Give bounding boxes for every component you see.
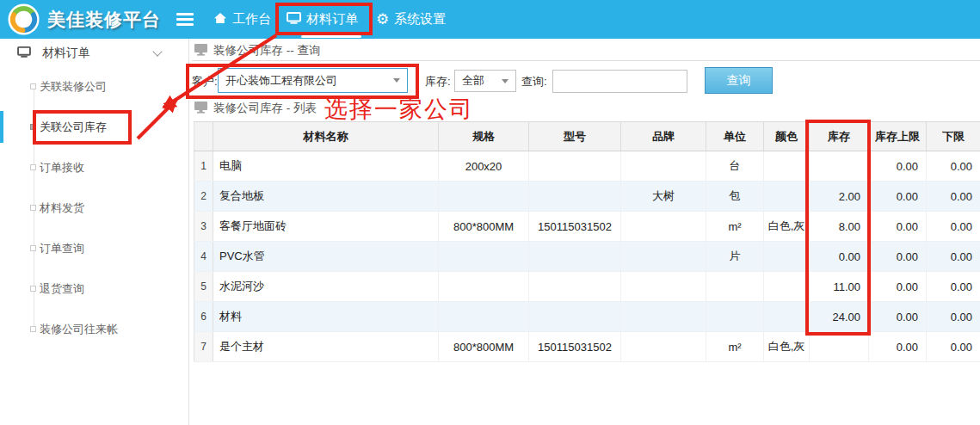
stock-table: 材料名称 规格 型号 品牌 单位 颜色 库存 库存上限 下限 1 电脑 200x…	[194, 121, 980, 362]
cell-stock-upper: 0.00	[869, 212, 927, 242]
customer-select-value: 开心装饰工程有限公司	[219, 73, 393, 89]
hamburger-icon[interactable]	[176, 13, 194, 27]
sidebar-group-material-orders[interactable]: 材料订单	[0, 39, 188, 67]
col-header-stock-upper[interactable]: 库存上限	[869, 122, 927, 151]
col-header-material-name[interactable]: 材料名称	[213, 122, 439, 151]
cell-spec: 800*800MM	[439, 212, 529, 242]
col-header-color[interactable]: 颜色	[764, 122, 810, 151]
tree-bullet-icon	[30, 286, 36, 292]
sidebar-item-label: 退货查询	[40, 282, 84, 295]
table-row[interactable]: 3 客餐厅地面砖 800*800MM 150115031502 m² 白色,灰 …	[194, 212, 980, 242]
cell-color: 白色,灰	[764, 332, 810, 362]
list-section-title: 装修公司库存 - 列表	[194, 101, 317, 116]
cell-lower: 0.00	[927, 302, 980, 332]
cell-material-name: 电脑	[213, 151, 439, 182]
query-button[interactable]: 查询	[705, 67, 773, 94]
query-section-title: 装修公司库存 -- 查询	[194, 43, 321, 59]
cell-model	[529, 242, 621, 272]
cell-brand	[621, 212, 706, 242]
table-row[interactable]: 1 电脑 200x20 台 0.00 0.00	[194, 151, 980, 182]
sidebar-item-linked-companies[interactable]: 关联装修公司	[0, 66, 188, 107]
nav-item-material-orders[interactable]: 材料订单	[287, 0, 358, 39]
table-row[interactable]: 2 复合地板 大树 包 2.00 0.00 0.00	[194, 182, 980, 212]
table-row[interactable]: 4 PVC水管 片 0.00 0.00 0.00	[194, 242, 980, 272]
caret-down-icon	[393, 78, 400, 83]
cell-brand	[621, 242, 706, 272]
cell-lower: 0.00	[927, 182, 980, 212]
cell-rownum: 5	[194, 272, 213, 302]
cell-brand	[621, 302, 706, 332]
cell-spec	[439, 182, 529, 212]
cell-color: 白色,灰	[764, 212, 810, 242]
sidebar-item-material-ship[interactable]: 材料发货	[0, 188, 188, 228]
cell-material-name: 客餐厅地面砖	[213, 212, 439, 242]
cell-lower: 0.00	[927, 332, 980, 362]
nav-item-system-settings[interactable]: ⚙ 系统设置	[376, 0, 446, 39]
customer-label: 客户:	[192, 74, 218, 89]
cell-color	[764, 182, 810, 212]
sidebar-item-order-receive[interactable]: 订单接收	[0, 147, 188, 188]
section-divider	[192, 60, 980, 61]
cell-color	[764, 242, 810, 272]
monitor-icon	[17, 46, 31, 60]
sidebar-item-label: 材料发货	[40, 201, 84, 214]
cell-brand	[621, 332, 706, 362]
col-header-model[interactable]: 型号	[529, 122, 621, 151]
sidebar-item-company-stock[interactable]: 关联公司库存	[0, 107, 188, 147]
stock-filter-select[interactable]: 全部	[454, 70, 516, 92]
col-header-lower[interactable]: 下限	[927, 122, 980, 151]
tree-bullet-icon	[30, 205, 36, 211]
monitor-icon	[194, 102, 207, 116]
sidebar-item-order-query[interactable]: 订单查询	[0, 228, 188, 268]
cell-stock	[810, 151, 869, 182]
brand-logo-icon	[7, 3, 40, 36]
col-header-rownum	[194, 122, 213, 151]
main-content: 装修公司库存 -- 查询 客户: 开心装饰工程有限公司 库存: 全部 查询: 查…	[190, 39, 980, 425]
sidebar-item-company-accounts[interactable]: 装修公司往来帐	[0, 309, 188, 349]
cell-model: 150115031502	[529, 212, 621, 242]
customer-select[interactable]: 开心装饰工程有限公司	[218, 68, 408, 93]
cell-lower: 0.00	[927, 212, 980, 242]
cell-stock-upper: 0.00	[869, 272, 927, 302]
section-title-text: 装修公司库存 -- 查询	[213, 43, 321, 59]
sidebar-group-label: 材料订单	[42, 46, 90, 61]
cell-stock: 11.00	[810, 272, 869, 302]
cell-material-name: 材料	[213, 302, 439, 332]
caret-down-icon	[502, 79, 508, 83]
cell-stock-upper: 0.00	[869, 332, 927, 362]
table-row[interactable]: 5 水泥河沙 11.00 0.00 0.00	[194, 272, 980, 302]
cell-spec	[439, 272, 529, 302]
search-input[interactable]	[552, 70, 687, 93]
cell-stock-upper: 0.00	[869, 302, 927, 332]
cell-unit	[706, 302, 764, 332]
cell-brand: 大树	[621, 182, 706, 212]
stock-filter-value: 全部	[455, 73, 502, 89]
gear-icon: ⚙	[376, 12, 389, 27]
table-row[interactable]: 7 是个主材 800*800MM 150115031502 m² 白色,灰 0.…	[194, 332, 980, 362]
cell-spec: 200x20	[439, 151, 529, 182]
cell-unit	[706, 272, 764, 302]
cell-stock: 2.00	[810, 182, 869, 212]
cell-stock-upper: 0.00	[869, 151, 927, 182]
cell-color	[764, 272, 810, 302]
col-header-unit[interactable]: 单位	[706, 122, 764, 151]
cell-stock: 0.00	[810, 242, 869, 272]
col-header-spec[interactable]: 规格	[439, 122, 529, 151]
monitor-icon	[194, 44, 207, 59]
col-header-stock[interactable]: 库存	[810, 122, 869, 151]
sidebar-item-label: 装修公司往来帐	[40, 323, 118, 336]
table-row[interactable]: 6 材料 24.00 0.00 0.00	[194, 302, 980, 332]
cell-rownum: 7	[194, 332, 213, 362]
tree-bullet-icon	[30, 83, 36, 89]
home-icon	[213, 12, 227, 27]
tree-bullet-icon	[30, 326, 36, 332]
cell-unit: 包	[706, 182, 764, 212]
sidebar-item-label: 关联装修公司	[40, 80, 107, 93]
sidebar: 材料订单 关联装修公司 关联公司库存 订单接收 材料发货 订	[0, 39, 189, 425]
sidebar-item-label: 关联公司库存	[40, 120, 107, 133]
cell-rownum: 4	[194, 242, 213, 272]
nav-item-workbench[interactable]: 工作台	[213, 0, 271, 39]
sidebar-item-return-query[interactable]: 退货查询	[0, 268, 188, 309]
topbar: 美佳装修平台 工作台 材料订单 ⚙ 系统设置	[0, 0, 980, 39]
col-header-brand[interactable]: 品牌	[621, 122, 706, 151]
